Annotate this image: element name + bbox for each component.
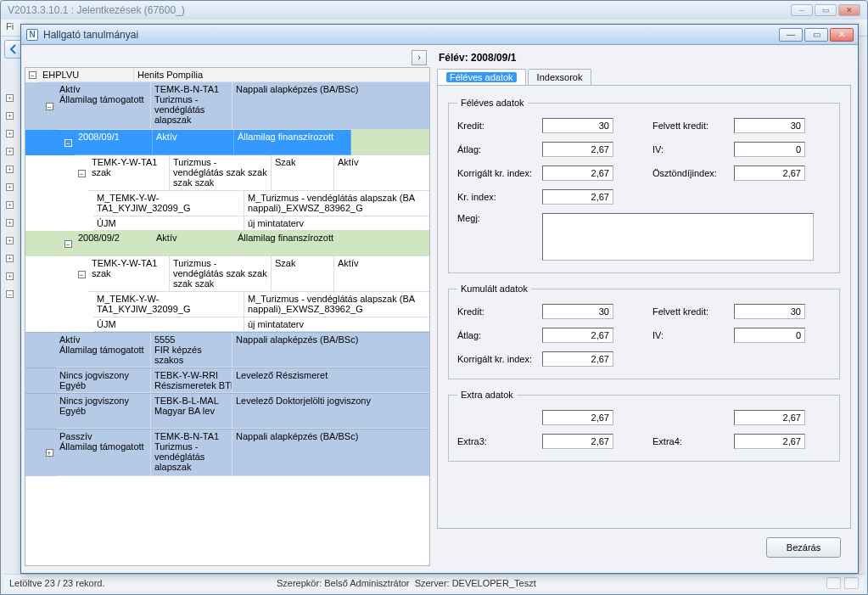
- programme-schedtype: Nappali alapképzés (BA/BSc): [232, 82, 429, 130]
- parent-window-titlebar: V2013.3.10.1 : Jelentkezések (67600_) – …: [1, 1, 867, 20]
- plus-icon[interactable]: +: [6, 255, 14, 262]
- plus-icon[interactable]: +: [6, 130, 14, 138]
- dialog-title: Hallgató tanulmányai: [43, 29, 779, 41]
- plus-icon[interactable]: +: [6, 237, 14, 244]
- semester-status: Aktív: [153, 231, 234, 256]
- value-kredit[interactable]: 30: [542, 304, 613, 319]
- parent-statusbar: Letöltve 23 / 23 rekord. Szerepkör: Bels…: [4, 574, 864, 591]
- dialog-window-controls: — ▭ ✕: [779, 28, 854, 42]
- tree-programme-row[interactable]: + Passzív Államilag támogatott TEMK-B-N-…: [25, 429, 429, 476]
- value-extra3[interactable]: 2,67: [542, 434, 613, 449]
- value-felvett-kredit[interactable]: 30: [734, 304, 805, 319]
- tree-semester-row[interactable]: − 2008/09/2 Aktív Államilag finanszírozo…: [25, 231, 429, 256]
- tab-semester-data[interactable]: Féléves adatok: [437, 69, 526, 85]
- tree-subject-row[interactable]: − TEMK-Y-W-TA1 szak Turizmus - vendéglát…: [25, 256, 429, 292]
- collapse-icon[interactable]: −: [64, 139, 72, 147]
- programme-code: TEBK-Y-W-RRI: [154, 370, 228, 380]
- plus-icon[interactable]: +: [6, 166, 14, 173]
- curriculum-desc: M_Turizmus - vendéglátás alapszak (BA na…: [244, 292, 429, 317]
- label-felvett-kredit: Felvett kredit:: [652, 306, 734, 317]
- collapse-icon[interactable]: −: [78, 271, 86, 278]
- close-button[interactable]: ✕: [830, 28, 854, 42]
- group-legend: Extra adatok: [457, 390, 517, 400]
- value-korrigalt-index[interactable]: 2,67: [542, 166, 613, 181]
- collapse-icon[interactable]: −: [46, 103, 53, 110]
- status-slot: [844, 577, 859, 589]
- dialog-window: N Hallgató tanulmányai — ▭ ✕ › − EHPLVU …: [20, 24, 859, 574]
- value-extra4[interactable]: 2,67: [734, 434, 805, 449]
- programme-funding: Egyéb: [59, 406, 147, 416]
- plus-icon[interactable]: +: [6, 148, 14, 155]
- maximize-icon[interactable]: ▭: [815, 4, 837, 16]
- tree-semester-row-selected[interactable]: − 2008/09/1 Aktív Államilag finanszírozo…: [25, 130, 429, 155]
- programme-desc: Magyar BA lev: [154, 406, 228, 416]
- label-atlag: Átlag:: [457, 330, 542, 340]
- tree-curriculum-row[interactable]: ÚJM új mintataterv: [25, 317, 429, 332]
- group-extra-data: Extra adatok 2,67 2,67 Extra3: 2,67 Extr…: [448, 390, 840, 462]
- dialog-titlebar[interactable]: N Hallgató tanulmányai — ▭ ✕: [21, 25, 858, 45]
- student-code: EHPLVU: [39, 68, 134, 82]
- tab-content: Féléves adatok Kredit: 30 Felvett kredit…: [437, 86, 851, 529]
- label-extra4: Extra4:: [652, 436, 734, 446]
- group-semester-data: Féléves adatok Kredit: 30 Felvett kredit…: [448, 98, 840, 273]
- plus-icon[interactable]: +: [6, 201, 14, 209]
- subject-desc: Turizmus - vendéglátás szak szak szak sz…: [170, 155, 272, 191]
- value-extra2[interactable]: 2,67: [734, 410, 805, 425]
- tree-curriculum-row[interactable]: M_TEMK-Y-W-TA1_KYJIW_32099_G M_Turizmus …: [25, 292, 429, 317]
- label-iv: IV:: [652, 330, 734, 340]
- tree-root-row[interactable]: − EHPLVU Henits Pompília: [25, 68, 429, 82]
- maximize-button[interactable]: ▭: [804, 28, 828, 42]
- tree-programme-row[interactable]: Nincs jogviszony Egyéb TEBK-Y-W-RRI Rész…: [25, 368, 429, 393]
- subject-kind: Szak: [272, 256, 334, 292]
- plus-icon[interactable]: +: [6, 219, 14, 227]
- value-atlag[interactable]: 2,67: [542, 328, 613, 343]
- left-tree-expanders: + + + + + + + + + + + –: [6, 26, 18, 574]
- programme-desc: Részismeretek BTK: [154, 380, 228, 390]
- tree-programme-row[interactable]: Aktív Államilag támogatott 5555 FIR képz…: [25, 332, 429, 368]
- curriculum-code: M_TEMK-Y-W-TA1_KYJIW_32099_G: [93, 292, 244, 317]
- value-extra1[interactable]: 2,67: [542, 410, 613, 425]
- label-kr-index: Kr. index:: [457, 192, 542, 202]
- study-tree[interactable]: − EHPLVU Henits Pompília − Aktív Államil…: [25, 67, 430, 566]
- group-legend: Féléves adatok: [457, 98, 528, 108]
- tab-index-rows[interactable]: Indexsorok: [528, 69, 592, 85]
- value-atlag[interactable]: 2,67: [542, 142, 613, 157]
- parent-window-title: V2013.3.10.1 : Jelentkezések (67600_): [8, 4, 185, 16]
- minimize-button[interactable]: —: [779, 28, 803, 42]
- value-kredit[interactable]: 30: [542, 118, 613, 133]
- collapse-icon[interactable]: −: [64, 240, 72, 248]
- label-korrigalt-index: Korrigált kr. index:: [457, 168, 542, 178]
- navigate-right-button[interactable]: ›: [412, 50, 427, 65]
- close-icon[interactable]: ✕: [838, 4, 860, 16]
- value-kr-index[interactable]: 2,67: [542, 189, 613, 205]
- expand-icon[interactable]: +: [46, 449, 53, 457]
- minimize-icon[interactable]: –: [791, 4, 813, 16]
- curriculum-code: ÚJM: [93, 317, 244, 332]
- tree-programme-row[interactable]: Nincs jogviszony Egyéb TEBK-B-L-MAL Magy…: [25, 393, 429, 429]
- value-korrigalt-index[interactable]: 2,67: [542, 351, 613, 367]
- status-slot: [826, 577, 841, 589]
- minus-icon[interactable]: –: [6, 290, 14, 298]
- value-iv[interactable]: 0: [734, 142, 805, 157]
- value-felvett-kredit[interactable]: 30: [734, 118, 805, 133]
- status-role: Szerepkör: Belső Adminisztrátor: [277, 578, 410, 588]
- plus-icon[interactable]: +: [6, 112, 14, 120]
- tree-curriculum-row[interactable]: M_TEMK-Y-W-TA1_KYJIW_32099_G M_Turizmus …: [25, 191, 429, 216]
- programme-status: Passzív: [59, 431, 147, 441]
- tree-curriculum-row[interactable]: ÚJM új mintataterv: [25, 216, 429, 231]
- collapse-icon[interactable]: −: [78, 170, 86, 177]
- tree-subject-row[interactable]: − TEMK-Y-W-TA1 szak Turizmus - vendéglát…: [25, 155, 429, 191]
- plus-icon[interactable]: +: [6, 94, 14, 102]
- semester-funding: Államilag finanszírozott: [234, 231, 429, 256]
- value-iv[interactable]: 0: [734, 328, 805, 343]
- textarea-megj[interactable]: [542, 213, 814, 261]
- subject-state: Aktív: [334, 155, 429, 191]
- tree-programme-row[interactable]: − Aktív Államilag támogatott TEMK-B-N-TA…: [25, 82, 429, 130]
- value-osztondij-index[interactable]: 2,67: [734, 166, 805, 181]
- plus-icon[interactable]: +: [6, 272, 14, 280]
- student-name: Henits Pompília: [134, 68, 429, 82]
- plus-icon[interactable]: +: [6, 183, 14, 191]
- label-iv: IV:: [652, 144, 734, 154]
- close-dialog-button[interactable]: Bezárás: [766, 537, 841, 558]
- collapse-icon[interactable]: −: [29, 71, 36, 79]
